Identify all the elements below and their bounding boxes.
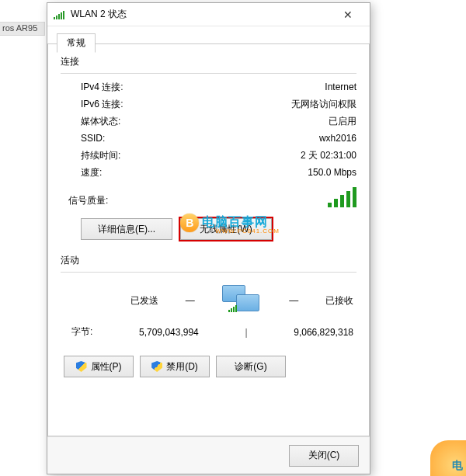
value-media-state: 已启用 [329, 115, 356, 128]
activity-header-row: 已发送 — — 已接收 [61, 277, 356, 319]
activity-section: 活动 已发送 — — 已接收 字节: 5,709,043,994 | [61, 254, 356, 377]
row-duration: 持续时间: 2 天 02:31:00 [81, 147, 356, 164]
received-label: 已接收 [325, 294, 353, 307]
wifi-icon [54, 10, 66, 19]
shield-icon [151, 361, 162, 372]
disable-button-label: 禁用(D) [166, 360, 198, 374]
properties-button[interactable]: 属性(P) [64, 356, 134, 377]
row-ipv6: IPv6 连接: 无网络访问权限 [81, 96, 356, 113]
value-ipv6: 无网络访问权限 [291, 98, 356, 111]
value-speed: 150.0 Mbps [308, 167, 356, 178]
details-button[interactable]: 详细信息(E)... [81, 218, 172, 240]
value-ipv4: Internet [325, 82, 356, 92]
dialog-footer: 关闭(C) [47, 436, 370, 474]
activity-section-label: 活动 [61, 254, 356, 267]
network-activity-icon [222, 285, 263, 316]
titlebar: WLAN 2 状态 ✕ [47, 3, 370, 26]
activity-separator: — [289, 295, 298, 306]
row-signal-quality: 信号质量: [61, 184, 356, 207]
background-truncated-text: ros AR95 [0, 22, 45, 36]
label-ipv6: IPv6 连接: [81, 98, 123, 111]
connection-buttons-row: 详细信息(E)... 无线属性(W) [61, 218, 356, 240]
value-ssid: wxh2016 [319, 133, 356, 144]
label-ssid: SSID: [81, 133, 105, 144]
row-ipv4: IPv4 连接: Internet [81, 78, 356, 96]
shield-icon [76, 361, 87, 372]
signal-bars-icon [328, 187, 356, 207]
connection-details: IPv4 连接: Internet IPv6 连接: 无网络访问权限 媒体状态:… [61, 78, 356, 181]
label-signal-quality: 信号质量: [68, 194, 108, 207]
row-media-state: 媒体状态: 已启用 [81, 113, 356, 130]
row-ssid: SSID: wxh2016 [81, 130, 356, 147]
bytes-sent-value: 5,709,043,994 [139, 327, 199, 338]
tab-general[interactable]: 常规 [57, 33, 96, 53]
activity-separator: — [186, 295, 195, 306]
tab-panel-general: 连接 IPv4 连接: Internet IPv6 连接: 无网络访问权限 媒体… [47, 43, 370, 436]
wireless-properties-button[interactable]: 无线属性(W) [180, 218, 272, 240]
corner-watermark-icon: 电 [430, 440, 466, 476]
diagnose-button[interactable]: 诊断(G) [216, 356, 286, 377]
sent-label: 已发送 [130, 294, 158, 307]
value-duration: 2 天 02:31:00 [301, 149, 356, 162]
divider [61, 272, 356, 273]
wlan-status-dialog: WLAN 2 状态 ✕ 常规 连接 IPv4 连接: Internet IPv6… [47, 2, 370, 474]
label-duration: 持续时间: [81, 149, 120, 162]
label-media-state: 媒体状态: [81, 115, 120, 128]
bytes-divider: | [245, 327, 247, 338]
label-speed: 速度: [81, 166, 102, 179]
window-title: WLAN 2 状态 [71, 8, 332, 21]
disable-button[interactable]: 禁用(D) [140, 356, 210, 377]
bytes-label: 字节: [71, 325, 92, 339]
close-window-button[interactable]: ✕ [332, 4, 363, 26]
bytes-received-value: 9,066,829,318 [294, 327, 353, 338]
row-speed: 速度: 150.0 Mbps [81, 164, 356, 181]
bytes-row: 字节: 5,709,043,994 | 9,066,829,318 [61, 319, 356, 339]
activity-buttons-row: 属性(P) 禁用(D) 诊断(G) [61, 356, 356, 377]
divider [61, 73, 356, 74]
connection-section-label: 连接 [61, 55, 356, 68]
properties-button-label: 属性(P) [91, 360, 122, 374]
close-dialog-button[interactable]: 关闭(C) [289, 445, 359, 467]
label-ipv4: IPv4 连接: [81, 81, 123, 94]
dialog-body: 常规 连接 IPv4 连接: Internet IPv6 连接: 无网络访问权限… [47, 27, 370, 436]
